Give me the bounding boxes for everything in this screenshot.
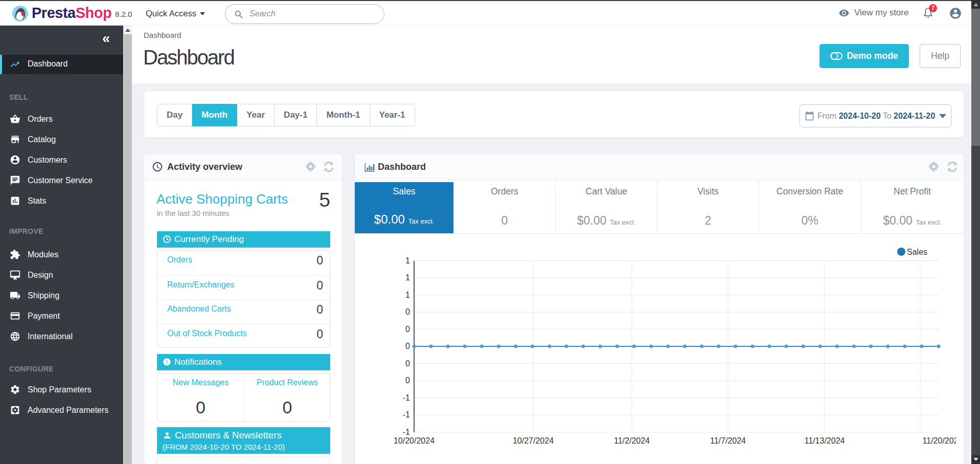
svg-text:11/2/2024: 11/2/2024: [614, 436, 650, 445]
svg-text:11/13/2024: 11/13/2024: [805, 436, 845, 445]
svg-text:0: 0: [405, 307, 410, 316]
svg-text:0: 0: [405, 342, 410, 350]
svg-text:0: 0: [405, 359, 410, 368]
svg-text:1: 1: [405, 291, 410, 299]
svg-text:Sales: Sales: [907, 248, 927, 256]
svg-text:-1: -1: [403, 410, 410, 419]
svg-text:11/7/2024: 11/7/2024: [710, 436, 746, 445]
svg-text:1: 1: [405, 273, 410, 282]
svg-text:0: 0: [405, 325, 410, 334]
svg-text:10/27/2024: 10/27/2024: [513, 436, 554, 445]
svg-text:1: 1: [405, 256, 410, 265]
svg-text:10/20/2024: 10/20/2024: [394, 436, 435, 445]
svg-text:-1: -1: [403, 428, 410, 436]
svg-text:0: 0: [405, 376, 410, 385]
svg-text:11/20/2024: 11/20/2024: [923, 436, 956, 445]
svg-text:-1: -1: [403, 393, 410, 402]
